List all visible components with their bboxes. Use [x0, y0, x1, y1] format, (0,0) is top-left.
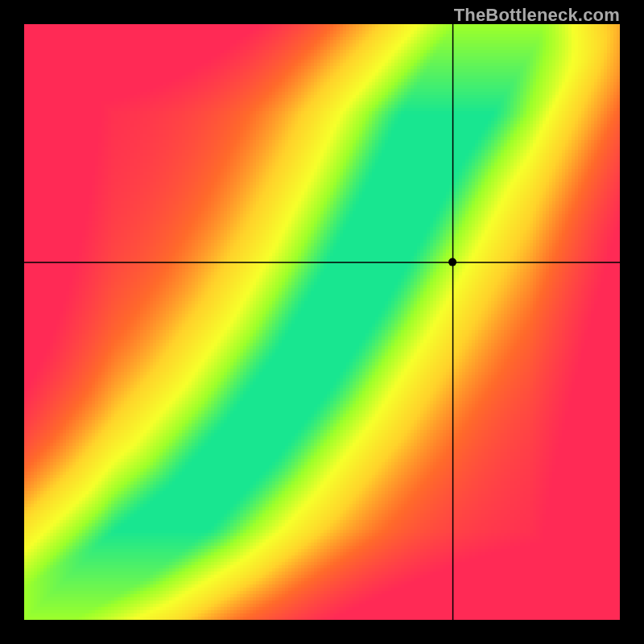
watermark-text: TheBottleneck.com — [454, 5, 620, 26]
bottleneck-heatmap — [24, 24, 620, 620]
